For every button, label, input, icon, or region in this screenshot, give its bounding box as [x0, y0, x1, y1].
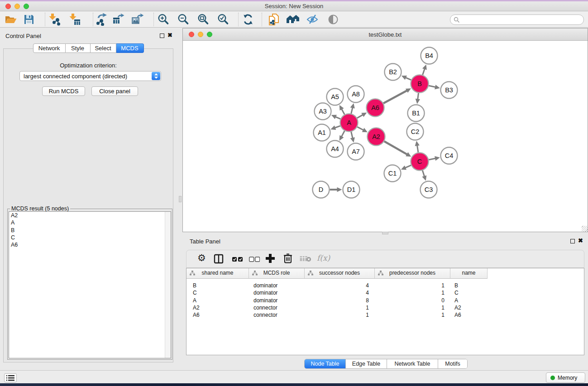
graph-edge-B-B2[interactable] — [406, 77, 411, 80]
tab-motifs[interactable]: Motifs — [438, 359, 467, 368]
table-float-icon[interactable] — [570, 239, 575, 243]
refresh-view-icon[interactable] — [242, 13, 254, 26]
mcds-result-list[interactable]: A2ABCA6 — [9, 211, 171, 358]
cell: dominator — [249, 289, 305, 296]
mcds-result-item[interactable]: C — [9, 234, 171, 241]
column-header-name[interactable]: name — [450, 268, 488, 279]
import-network-icon[interactable] — [48, 13, 61, 26]
tab-edge-table[interactable]: Edge Table — [346, 359, 387, 368]
show-graphics-details-icon[interactable] — [327, 13, 339, 26]
select-all-columns-icon[interactable] — [232, 256, 243, 264]
graph-edge-A2-C[interactable] — [384, 141, 407, 154]
graph-edge-C-C2[interactable] — [417, 145, 418, 152]
import-table-icon[interactable] — [68, 13, 81, 26]
function-builder-icon[interactable]: f(x) — [317, 253, 330, 262]
table-panel: Table Panel ✖ ⚙ f(x) — [182, 234, 588, 370]
mcds-result-item[interactable]: B — [9, 227, 171, 234]
toolbar-separator — [45, 13, 45, 26]
table-row[interactable]: A2connector11A2 — [186, 304, 584, 311]
close-panel-icon[interactable]: ✖ — [167, 32, 172, 38]
resize-grip[interactable] — [582, 226, 588, 232]
graph-edge-C-C1[interactable] — [405, 165, 411, 168]
first-neighbors-icon[interactable] — [287, 13, 299, 26]
graph-edge-B-B1[interactable] — [418, 93, 419, 99]
zoom-out-icon[interactable] — [177, 13, 190, 26]
memory-button[interactable]: Memory — [546, 372, 585, 383]
graph-edge-C-C3[interactable] — [422, 171, 424, 176]
cell: 1 — [375, 311, 450, 319]
graph-node-label: A4 — [331, 145, 339, 152]
table-close-icon[interactable]: ✖ — [578, 237, 583, 244]
graph-edge-A-A3[interactable] — [335, 117, 340, 119]
zoom-selected-icon[interactable] — [217, 13, 229, 26]
splitter-handle-vertical[interactable] — [179, 196, 182, 202]
graph-edge-A-A2[interactable] — [357, 127, 363, 130]
splitter-handle-horizontal[interactable] — [382, 232, 388, 234]
mcds-result-item[interactable]: A6 — [9, 241, 171, 248]
export-network-icon[interactable] — [96, 13, 108, 26]
settings-icon[interactable]: ⚙ — [197, 253, 206, 263]
cell: C — [186, 289, 249, 296]
graph-edge-A-A6[interactable] — [357, 115, 363, 118]
graph-edge-C-C4[interactable] — [429, 158, 435, 160]
hide-selected-icon[interactable] — [306, 13, 319, 26]
unselect-all-columns-icon[interactable] — [249, 256, 260, 264]
graph-edge-A-A8[interactable] — [351, 108, 353, 114]
column-header-predecessor-nodes[interactable]: predecessor nodes — [375, 268, 450, 279]
task-history-button[interactable] — [4, 373, 17, 382]
search-input[interactable] — [462, 15, 580, 24]
table-row[interactable]: A6connector11A6 — [186, 311, 584, 319]
graph-edge-A-A4[interactable] — [341, 131, 344, 137]
open-session-icon[interactable] — [4, 13, 17, 26]
clone-network-icon[interactable] — [268, 13, 280, 26]
criterion-dropdown[interactable]: largest connected component (directed) — [19, 71, 161, 81]
tab-mcds[interactable]: MCDS — [116, 43, 144, 53]
graph-edge-B-B3[interactable] — [429, 86, 435, 87]
close-panel-button[interactable]: Close panel — [91, 86, 138, 96]
network-titlebar[interactable]: testGlobe.txt — [183, 29, 588, 41]
main-titlebar[interactable]: Session: New Session — [0, 1, 588, 11]
mcds-result-items: A2ABCA6 — [9, 212, 171, 248]
table-row[interactable]: Adominator80A — [186, 297, 584, 304]
search-field[interactable] — [450, 14, 584, 25]
add-column-icon[interactable] — [265, 253, 275, 265]
zoom-fit-icon[interactable] — [197, 13, 210, 26]
graph-edge-A-A7[interactable] — [351, 132, 353, 138]
cell: A — [186, 297, 249, 304]
graph-edge-A6-B[interactable] — [383, 91, 407, 103]
export-image-icon[interactable] — [131, 13, 143, 26]
zoom-in-icon[interactable] — [157, 13, 170, 26]
mcds-result-item[interactable]: A — [9, 219, 171, 226]
control-panel-title: Control Panel — [5, 33, 41, 39]
tab-network-table[interactable]: Network Table — [387, 359, 438, 368]
column-header-successor-nodes[interactable]: successor nodes — [305, 268, 375, 279]
tab-style[interactable]: Style — [66, 43, 91, 53]
tab-select[interactable]: Select — [91, 43, 116, 53]
save-session-icon[interactable] — [23, 13, 35, 26]
cell: connector — [249, 304, 305, 311]
graph-edge-A-A1[interactable] — [335, 126, 340, 128]
tab-network[interactable]: Network — [33, 43, 66, 53]
mcds-result-item[interactable]: A2 — [9, 212, 171, 219]
table-row[interactable]: Cdominator41C — [186, 289, 584, 296]
column-header-MCDS-role[interactable]: MCDS role — [249, 268, 305, 279]
edge-arrowhead — [416, 99, 420, 104]
network-canvas[interactable]: B4B2BB3A5A8A6B1A3AC2A1A2A4A7C4CC1C3DD1 — [183, 41, 588, 232]
delete-columns-icon[interactable] — [283, 253, 293, 266]
network-title: testGlobe.txt — [183, 31, 588, 38]
column-header-shared-name[interactable]: shared name — [186, 268, 249, 279]
graph-node-label: B2 — [389, 68, 397, 76]
float-panel-icon[interactable] — [160, 33, 164, 38]
graph-node-label: B1 — [412, 110, 420, 117]
tab-node-table[interactable]: Node Table — [305, 359, 346, 368]
split-panel-icon[interactable] — [214, 254, 224, 266]
cell: B — [186, 282, 249, 289]
run-mcds-button[interactable]: Run MCDS — [42, 86, 85, 96]
delete-table-icon[interactable] — [300, 256, 311, 264]
graph-edge-B-B4[interactable] — [423, 69, 425, 75]
graph-edge-A-A5[interactable] — [342, 109, 345, 114]
dropdown-stepper-icon[interactable] — [152, 72, 160, 80]
table-row[interactable]: Bdominator41B — [186, 282, 584, 289]
scrollbar-track[interactable] — [165, 212, 171, 358]
export-table-icon[interactable] — [112, 13, 124, 26]
